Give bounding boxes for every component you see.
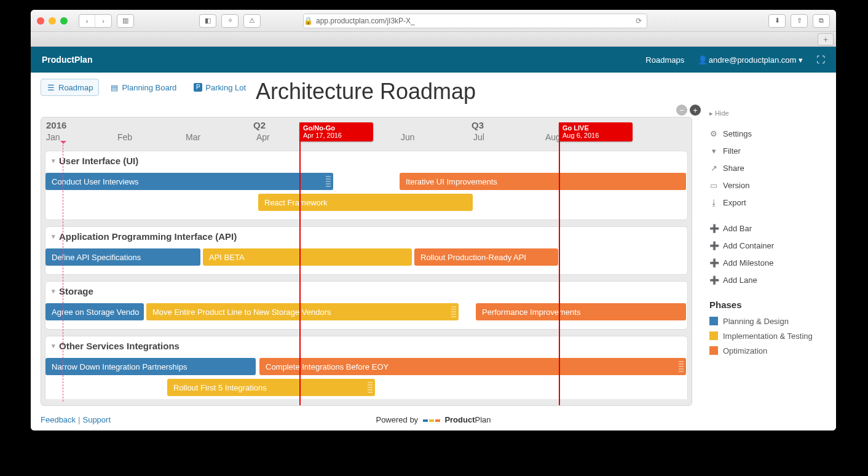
lane: ▾Other Services IntegrationsNarrow Down … <box>45 336 688 399</box>
lock-icon: 🔒 <box>304 17 312 25</box>
version-icon: ▭ <box>709 181 718 190</box>
lane-header[interactable]: ▾Other Services Integrations <box>45 336 687 355</box>
share-icon: ↗ <box>709 164 718 173</box>
roadmap-bar[interactable]: Iterative UI Improvements <box>400 173 686 190</box>
add-lane-button[interactable]: ➕Add Lane <box>709 271 826 288</box>
lane-row: Define API SpecificationsAPI BETARollout… <box>45 248 687 267</box>
legend-swatch <box>709 331 718 340</box>
drag-handle-icon[interactable] <box>368 382 373 393</box>
phases-legend: Planning & DesignImplementation & Testin… <box>709 314 826 358</box>
roadmap-bar[interactable]: Move Entire Product Line to New Storage … <box>146 303 459 320</box>
add-bar-button[interactable]: ➕Add Bar <box>709 220 826 237</box>
plus-icon: ➕ <box>709 241 718 250</box>
tab-strip: + <box>31 32 836 47</box>
lane-header[interactable]: ▾Storage <box>45 282 687 301</box>
plus-icon: ➕ <box>709 224 718 233</box>
hide-panel-button[interactable]: ▸ Hide <box>709 109 826 117</box>
downloads-button[interactable]: ⬇ <box>768 14 786 28</box>
milestone-flag[interactable]: Go LIVEAug 6, 2016 <box>559 122 633 141</box>
side-panel: ▸ Hide ⚙Settings ▾Filter ↗Share ▭Version… <box>709 109 826 358</box>
settings-button[interactable]: ⚙Settings <box>709 125 826 142</box>
legend-item[interactable]: Planning & Design <box>709 314 826 328</box>
roadmap-bar[interactable]: API BETA <box>203 248 412 266</box>
drag-handle-icon[interactable] <box>326 176 331 187</box>
month-label: Mar <box>186 132 200 142</box>
url-text: app.productplan.com/jI3kP-X_ <box>316 17 415 25</box>
roadmap-bar[interactable]: Rollout Production-Ready API <box>414 248 558 266</box>
legend-item[interactable]: Optimization <box>709 343 826 358</box>
zoom-controls: − + <box>676 105 701 116</box>
tabs-button[interactable]: ⧉ <box>813 14 830 28</box>
month-label: Jun <box>401 132 415 142</box>
content-area: ☰ Roadmap ▤ Planning Board P Parking Lot… <box>31 73 836 430</box>
month-label: Jan <box>46 132 60 142</box>
add-container-button[interactable]: ➕Add Container <box>709 237 826 254</box>
warn-button[interactable]: ⚠ <box>243 14 261 28</box>
lane: ▾Application Programming Interface (API)… <box>45 226 688 275</box>
share-button[interactable]: ↗Share <box>709 159 826 177</box>
milestone-flag[interactable]: Go/No-GoApr 17, 2016 <box>299 122 373 141</box>
minimize-window-button[interactable] <box>49 17 56 25</box>
share-button[interactable]: ⇪ <box>791 14 808 28</box>
user-menu[interactable]: 👤 andre@productplan.com ▾ <box>698 55 803 65</box>
chevron-down-icon: ▾ <box>52 287 55 295</box>
roadmap-bar[interactable]: Narrow Down Integration Partnerships <box>45 358 256 375</box>
plus-icon: ➕ <box>709 276 718 285</box>
forward-button[interactable]: › <box>95 15 111 27</box>
gear-icon: ⚙ <box>709 129 718 138</box>
chevron-down-icon: ▾ <box>52 232 55 240</box>
chevron-down-icon: ▾ <box>52 157 55 165</box>
page-title: Architecture Roadmap <box>31 79 701 105</box>
lane: ▾StorageAgree on Storage VendoMove Entir… <box>45 281 688 330</box>
chevron-down-icon: ▾ <box>52 342 55 350</box>
month-label: Apr <box>256 132 270 142</box>
lane-header[interactable]: ▾Application Programming Interface (API) <box>45 227 687 246</box>
zoom-in-button[interactable]: + <box>690 105 701 116</box>
download-icon: ⭳ <box>709 198 718 207</box>
roadmap-bar[interactable]: Rollout First 5 Integrations <box>167 379 375 396</box>
drag-handle-icon[interactable] <box>679 361 684 372</box>
roadmap-bar[interactable]: Complete Integrations Before EOY <box>259 358 686 375</box>
brand-label: ProductPlan <box>42 55 92 65</box>
sidebar-toggle[interactable]: ▥ <box>117 14 134 28</box>
reload-icon[interactable]: ⟳ <box>634 17 643 25</box>
new-tab-button[interactable]: + <box>818 33 834 46</box>
filter-button[interactable]: ▾Filter <box>709 142 826 159</box>
month-label: Feb <box>117 132 132 142</box>
legend-swatch <box>709 346 718 355</box>
address-bar[interactable]: 🔒 app.productplan.com/jI3kP-X_ ⟳ <box>303 14 647 28</box>
roadmap-bar[interactable]: Conduct User Interviews <box>45 173 333 190</box>
back-button[interactable]: ‹ <box>79 15 95 27</box>
lane-row: Rollout First 5 Integrations <box>45 379 687 397</box>
roadmap-bar[interactable]: React Framework <box>258 194 473 211</box>
lane-header[interactable]: ▾User Interface (UI) <box>45 151 687 170</box>
roadmap-bar[interactable]: Define API Specifications <box>45 248 200 266</box>
wand-button[interactable]: ✧ <box>221 14 239 28</box>
footer: Feedback | Support Powered by ProductPla… <box>41 415 826 424</box>
roadmap-bar[interactable]: Agree on Storage Vendo <box>45 303 144 320</box>
close-window-button[interactable] <box>37 17 44 25</box>
lane-row: Conduct User InterviewsIterative UI Impr… <box>45 173 687 191</box>
browser-window: ‹ › ▥ ◧ ✧ ⚠ 🔒 app.productplan.com/jI3kP-… <box>31 10 836 430</box>
quarter-label: Q3 <box>471 120 484 130</box>
lane-row: Agree on Storage VendoMove Entire Produc… <box>45 303 687 322</box>
legend-item[interactable]: Implementation & Testing <box>709 328 826 343</box>
productplan-logo-icon <box>423 419 440 422</box>
export-button[interactable]: ⭳Export <box>709 194 826 211</box>
time-axis: 2016 Q2Q3JanFebMarAprJunJulAugGo/No-GoAp… <box>41 117 692 148</box>
add-milestone-button[interactable]: ➕Add Milestone <box>709 254 826 271</box>
drag-handle-icon[interactable] <box>451 306 456 317</box>
nav-roadmaps[interactable]: Roadmaps <box>645 55 684 65</box>
user-icon: 👤 <box>698 55 706 65</box>
legend-swatch <box>709 317 718 325</box>
roadmap-bar[interactable]: Performance Improvements <box>476 303 686 320</box>
lane: ▾User Interface (UI)Conduct User Intervi… <box>45 151 688 220</box>
lanes-container: ▾User Interface (UI)Conduct User Intervi… <box>45 151 688 399</box>
year-label: 2016 <box>46 120 66 130</box>
nav-buttons: ‹ › <box>79 14 112 28</box>
zoom-out-button[interactable]: − <box>676 105 687 116</box>
maximize-window-button[interactable] <box>60 17 68 25</box>
reader-button[interactable]: ◧ <box>199 14 216 28</box>
fullscreen-button[interactable]: ⛶ <box>816 55 825 65</box>
version-button[interactable]: ▭Version <box>709 177 826 194</box>
